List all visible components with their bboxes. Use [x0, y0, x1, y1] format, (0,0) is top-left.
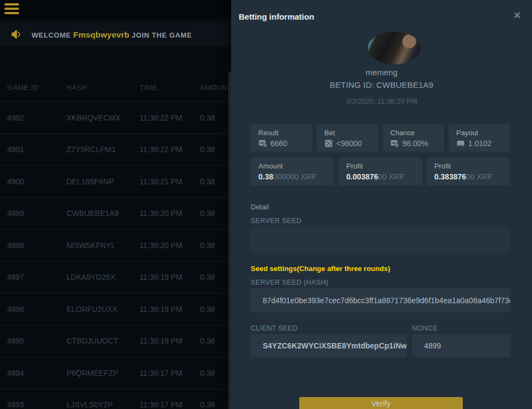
cell-amount: 0.38 — [200, 369, 233, 377]
total-profit-label: Profit — [434, 162, 510, 170]
cell-hash: LJSVLS0Y2P — [66, 400, 140, 409]
col-header-amount: AMOUNT — [200, 83, 233, 92]
table-row[interactable]: 4895 CTBDJUUOCT 11:38:18 PM 0.38 — [0, 325, 231, 357]
cell-time: 11:38:17 PM — [140, 369, 200, 377]
cell-amount: 0.38 — [200, 177, 233, 186]
games-table: GAME ID HASH TIME AMOUNT 4902 XKBRQVECMX… — [0, 74, 231, 409]
stat-value: 98.00% — [402, 139, 428, 148]
payout-wallet-icon — [456, 139, 465, 148]
cell-game-id: 4899 — [7, 209, 66, 218]
cell-amount: 0.38 — [200, 241, 233, 250]
table-row[interactable]: 4898 NISW5KFNYL 11:38:20 PM 0.38 — [0, 229, 231, 261]
cell-game-id: 4894 — [7, 369, 66, 377]
cell-amount: 0.38 — [200, 113, 233, 122]
cell-hash: CWBUEBE1A9 — [66, 209, 140, 218]
bet-amounts-row: Amount 0.38000000 XRP Profit 0.00387600 … — [251, 158, 510, 185]
cell-time: 11:38:21 PM — [140, 177, 200, 186]
table-row[interactable]: 4901 Z7Y5RCLPM1 11:38:22 PM 0.38 — [0, 134, 231, 166]
cell-game-id: 4895 — [7, 336, 66, 345]
cell-time: 11:38:17 PM — [140, 400, 200, 409]
profit-label: Profit — [346, 162, 422, 170]
cell-game-id: 4897 — [7, 273, 66, 281]
profit-card: Profit 0.00387600 XRP — [338, 158, 422, 185]
betting-information-modal: Betting information ✕ memeng BETING ID: … — [231, 0, 532, 409]
stat-value: <98000 — [336, 139, 362, 148]
server-seed-field[interactable] — [251, 227, 510, 253]
cell-amount: 0.38 — [200, 400, 233, 409]
total-profit-card: Profit 0.38387600 XRP — [427, 158, 510, 185]
client-seed-label: CLIENT SEED — [251, 324, 298, 332]
cell-time: 11:38:19 PM — [140, 273, 200, 281]
cell-time: 11:38:19 PM — [140, 305, 200, 314]
cell-game-id: 4896 — [7, 305, 66, 314]
cell-hash: XKBRQVECMX — [66, 113, 140, 122]
seed-settings-heading: Seed settings(Change after three rounds) — [251, 264, 390, 273]
server-seed-hash-field[interactable]: 87d4f01e0be393e7cec7d6bcc3ff1a8871736e9d… — [251, 288, 510, 312]
col-header-game-id: GAME ID — [7, 83, 66, 92]
cell-game-id: 4900 — [7, 177, 66, 186]
total-profit-value: 0.38387600 XRP — [434, 172, 510, 181]
cell-amount: 0.38 — [200, 305, 233, 314]
cell-hash: DEL165P6NP — [66, 177, 140, 186]
welcome-message: WELCOME Fmsqbwyevrb JOIN THE GAME — [32, 30, 192, 39]
cell-hash: NISW5KFNYL — [66, 241, 140, 250]
player-username: memeng — [231, 68, 532, 77]
cell-game-id: 4893 — [7, 400, 66, 409]
cell-game-id: 4902 — [7, 113, 66, 122]
table-row[interactable]: 4900 DEL165P6NP 11:38:21 PM 0.38 — [0, 165, 231, 197]
betting-id: BETING ID: CWBUEBE1A9 — [231, 80, 532, 89]
stat-label: Result — [258, 129, 312, 137]
stat-label: Bet — [324, 129, 378, 137]
dice-icon — [324, 139, 333, 148]
cell-hash: P6QRMEEFZP — [66, 369, 140, 377]
stat-card-bet: Bet <98000 — [317, 124, 378, 152]
banner-username: Fmsqbwyevrb — [73, 30, 129, 39]
cell-time: 11:38:20 PM — [140, 241, 200, 250]
cell-amount: 0.38 — [200, 209, 233, 218]
join-the-game-text: JOIN THE GAME — [132, 31, 192, 39]
amount-value: 0.38000000 XRP — [258, 172, 334, 181]
stat-value: 1.0102 — [468, 139, 492, 148]
nonce-field[interactable]: 4899 — [412, 334, 510, 357]
table-body: 4902 XKBRQVECMX 11:38:22 PM 0.38 4901 Z7… — [0, 101, 231, 409]
welcome-word: WELCOME — [32, 31, 71, 39]
nonce-label: NONCE — [412, 324, 438, 332]
modal-title: Betting information — [239, 12, 314, 21]
user-avatar — [368, 32, 421, 64]
cell-time: 11:38:22 PM — [140, 145, 200, 154]
cell-amount: 0.38 — [200, 145, 233, 154]
table-row[interactable]: 4893 LJSVLS0Y2P 11:38:17 PM 0.38 — [0, 389, 231, 409]
server-seed-hash-label: SERVER SEED (HASH) — [251, 279, 328, 286]
table-header-row: GAME ID HASH TIME AMOUNT — [0, 74, 231, 101]
amount-label: Amount — [258, 162, 334, 170]
cell-time: 11:38:22 PM — [140, 113, 200, 122]
client-seed-field[interactable]: S4YZC6K2WYCiXSBE8YmtdbepCp1iNwz — [251, 334, 407, 357]
table-row[interactable]: 4896 ELORFU2UXX 11:38:19 PM 0.38 — [0, 293, 231, 325]
cell-time: 11:38:18 PM — [140, 336, 200, 345]
table-row[interactable]: 4894 P6QRMEEFZP 11:38:17 PM 0.38 — [0, 357, 231, 389]
cell-game-id: 4901 — [7, 145, 66, 154]
stat-card-result: Result 6660 — [251, 124, 312, 152]
cell-game-id: 4898 — [7, 241, 66, 250]
stat-card-chance: Chance 98.00% — [383, 124, 444, 152]
cell-hash: LDKA9YG26X — [66, 273, 140, 281]
megaphone-icon — [10, 27, 24, 41]
stat-label: Chance — [390, 129, 444, 137]
cell-amount: 0.38 — [200, 336, 233, 345]
close-icon[interactable]: ✕ — [513, 11, 521, 20]
table-row[interactable]: 4902 XKBRQVECMX 11:38:22 PM 0.38 — [0, 101, 231, 134]
chance-check-icon — [390, 139, 399, 148]
cell-amount: 0.38 — [200, 273, 233, 281]
cell-hash: CTBDJUUOCT — [66, 336, 140, 345]
col-header-hash: HASH — [66, 83, 140, 92]
cell-hash: ELORFU2UXX — [66, 305, 140, 314]
stat-value: 6660 — [270, 139, 287, 148]
server-seed-label: SERVER SEED — [251, 217, 301, 225]
col-header-time: TIME — [140, 83, 200, 92]
stat-label: Payout — [456, 129, 510, 137]
detail-section-label: Detail — [251, 203, 269, 211]
menu-hamburger-icon[interactable] — [4, 3, 19, 14]
table-row[interactable]: 4899 CWBUEBE1A9 11:38:20 PM 0.38 — [0, 197, 231, 230]
verify-button[interactable]: Verify — [299, 397, 463, 409]
table-row[interactable]: 4897 LDKA9YG26X 11:38:19 PM 0.38 — [0, 261, 231, 293]
